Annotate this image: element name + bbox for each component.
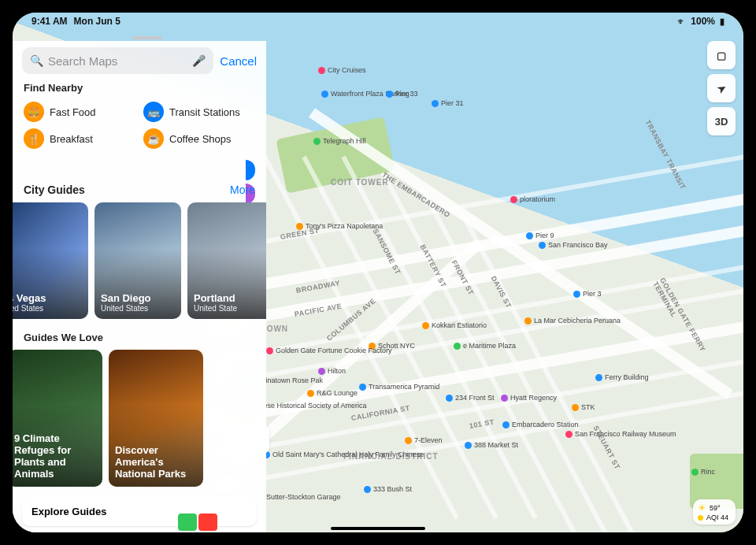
weather-temp: 59° xyxy=(710,504,721,512)
map-poi[interactable]: 234 Front St xyxy=(446,394,495,402)
poi-dot-icon xyxy=(526,232,533,239)
map-poi[interactable]: Hyatt Regency xyxy=(501,394,557,402)
map-poi[interactable]: 333 Bush St xyxy=(364,485,412,493)
card-title: 9 Climate Refuges for Plants and Animals xyxy=(14,433,96,480)
battery-pct: 100% xyxy=(691,16,715,27)
map-poi[interactable]: ploratorium xyxy=(510,195,555,203)
locate-me-button[interactable]: ➤ xyxy=(707,74,736,102)
city-guide-card[interactable]: San DiegoUnited States xyxy=(94,202,181,319)
poi-dot-icon xyxy=(573,291,580,298)
guide-card[interactable]: 9 Climate Refuges for Plants and Animals xyxy=(13,350,102,487)
poi-label: Hilton xyxy=(328,367,346,375)
city-guides-heading: City Guides xyxy=(24,184,85,196)
street-label: Transbay Transit xyxy=(644,119,687,191)
city-guide-card[interactable]: s Vegasted States xyxy=(13,202,88,319)
map-poi[interactable]: Old Saint Mary's Cathedral Holy Family C… xyxy=(263,450,424,458)
map-poi[interactable]: Ferry Building xyxy=(595,373,649,381)
poi-label: Chinese Historical Society of America xyxy=(249,402,367,410)
poi-dot-icon xyxy=(454,343,461,350)
poi-label: Golden Gate Fortune Cookie Factory xyxy=(276,347,392,354)
poi-dot-icon xyxy=(572,404,579,411)
poi-dot-icon xyxy=(524,317,532,324)
map-mode-button[interactable]: ▢ xyxy=(707,41,736,69)
panel-drag-handle[interactable] xyxy=(132,36,162,39)
poi-label: City Cruises xyxy=(328,66,366,74)
nearby-label: Breakfast xyxy=(50,133,93,145)
explore-guides-button[interactable]: Explore Guides xyxy=(22,496,257,526)
map-poi[interactable]: Pier 33 xyxy=(386,90,418,98)
map-poi[interactable]: San Francisco Bay xyxy=(539,241,608,249)
poi-label: Tony's Pizza Napoletana xyxy=(306,222,383,230)
map-poi[interactable]: Telegraph Hill xyxy=(313,137,366,145)
poi-label: Chinatown Rose Pak xyxy=(257,376,323,384)
map-poi[interactable]: Rinc xyxy=(691,468,715,476)
map-poi[interactable]: R&G Lounge xyxy=(307,389,358,397)
nearby-item[interactable]: ☕Coffee Shops xyxy=(143,128,255,149)
explore-guides-label: Explore Guides xyxy=(32,506,106,517)
breakfast-icon: 🍴 xyxy=(24,128,44,149)
poi-label: e Maritime Plaza xyxy=(463,342,516,350)
poi-dot-icon xyxy=(446,395,453,402)
nearby-item[interactable]: 🚌Transit Stations xyxy=(143,102,255,122)
search-placeholder: Search Maps xyxy=(48,54,187,68)
poi-label: Pier 31 xyxy=(441,99,464,107)
map-poi[interactable]: STK xyxy=(572,403,595,411)
map-poi[interactable]: Embarcadero Station xyxy=(502,421,579,428)
map-poi[interactable]: Pier 31 xyxy=(432,99,464,107)
map-poi[interactable]: Pier 9 xyxy=(526,232,554,239)
poi-label: Old Saint Mary's Cathedral Holy Family C… xyxy=(272,450,424,458)
map-poi[interactable]: Golden Gate Fortune Cookie Factory xyxy=(266,347,392,354)
status-date: Mon Jun 5 xyxy=(74,16,120,27)
poi-dot-icon xyxy=(296,223,303,230)
cancel-button[interactable]: Cancel xyxy=(220,54,257,68)
card-subtitle: United State xyxy=(194,304,266,313)
map-poi[interactable]: City Cruises xyxy=(318,66,366,74)
poi-dot-icon xyxy=(422,322,429,329)
card-title: Discover America's National Parks xyxy=(115,445,197,480)
card-title: s Vegas xyxy=(13,293,82,304)
map-poi[interactable]: Hilton xyxy=(318,367,346,375)
poi-label: La Mar Cebicheria Peruana xyxy=(534,317,621,324)
city-guides-more[interactable]: More xyxy=(230,184,255,196)
weather-widget[interactable]: ☀59° AQI 44 xyxy=(693,499,736,525)
app-dot-icon xyxy=(198,513,217,531)
map-poi[interactable]: San Francisco Railway Museum xyxy=(565,430,676,438)
3d-button[interactable]: 3D xyxy=(707,107,736,135)
map-poi[interactable]: Tony's Pizza Napoletana xyxy=(296,222,383,230)
poi-dot-icon xyxy=(501,395,508,402)
street-label: 101 St xyxy=(469,418,495,430)
poi-label: San Francisco Bay xyxy=(548,241,608,249)
map-controls: ▢ ➤ 3D xyxy=(707,41,736,135)
fast-food-icon: 🍔 xyxy=(24,102,44,122)
poi-dot-icon xyxy=(386,91,393,98)
nearby-item[interactable]: 🍔Fast Food xyxy=(24,102,135,122)
map-poi[interactable]: Sutter-Stockton Garage xyxy=(257,493,341,501)
poi-label: 333 Bush St xyxy=(373,485,412,493)
home-indicator[interactable] xyxy=(331,527,425,530)
map-poi[interactable]: Pier 3 xyxy=(573,290,602,298)
map-poi[interactable]: e Maritime Plaza xyxy=(454,342,516,350)
city-guide-card[interactable]: PortlandUnited State xyxy=(187,202,266,319)
search-input[interactable]: 🔍 Search Maps 🎤 xyxy=(22,47,213,74)
map-poi[interactable]: 7-Eleven xyxy=(405,436,443,444)
aqi-dot-icon xyxy=(698,515,703,521)
card-title: San Diego xyxy=(101,293,175,304)
map-poi[interactable]: Kokkari Estiatorio xyxy=(422,321,487,329)
running-apps-indicator xyxy=(178,513,217,531)
street-label: Davis St xyxy=(490,275,513,310)
poi-dot-icon xyxy=(502,421,510,428)
status-bar: 9:41 AM Mon Jun 5 ᯤ 100% ▮ xyxy=(13,13,743,30)
poi-dot-icon xyxy=(510,196,517,203)
poi-dot-icon xyxy=(266,347,273,354)
find-nearby-heading: Find Nearby xyxy=(24,82,83,94)
map-poi[interactable]: 388 Market St xyxy=(465,441,518,449)
map-poi[interactable]: Transamerica Pyramid xyxy=(359,383,439,391)
guide-card[interactable]: Discover America's National Parks xyxy=(109,350,203,487)
poi-dot-icon xyxy=(318,368,325,375)
mic-icon[interactable]: 🎤 xyxy=(192,54,206,67)
nearby-label: Transit Stations xyxy=(169,106,240,118)
nearby-item[interactable]: 🍴Breakfast xyxy=(24,128,135,149)
poi-dot-icon xyxy=(307,390,314,397)
card-title: Portland xyxy=(194,293,266,304)
map-poi[interactable]: La Mar Cebicheria Peruana xyxy=(524,317,621,324)
